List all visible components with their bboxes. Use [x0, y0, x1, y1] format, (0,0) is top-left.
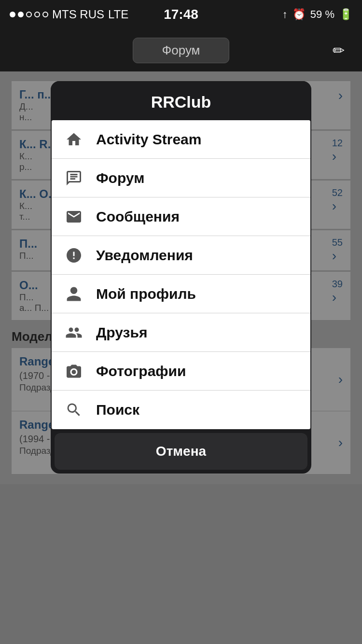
modal-overlay: RRClub Activity Stream: [0, 71, 362, 644]
dot3: [26, 12, 32, 17]
modal-title: RRClub: [51, 81, 311, 120]
menu-label-notifications: Уведомления: [96, 247, 193, 264]
menu-label-activity: Activity Stream: [96, 131, 201, 148]
signal-dots: [10, 12, 48, 17]
notifications-icon: [63, 245, 84, 266]
menu-label-search: Поиск: [96, 402, 139, 418]
photos-icon: [63, 361, 84, 382]
time-label: 17:48: [164, 7, 198, 22]
friends-icon: [63, 322, 84, 343]
cancel-button[interactable]: Отмена: [55, 433, 307, 470]
dot5: [42, 12, 48, 17]
battery-label: 59 %: [310, 8, 334, 21]
menu-item-forum[interactable]: Форум: [52, 159, 310, 197]
location-icon: ↑: [282, 8, 288, 21]
dot4: [34, 12, 40, 17]
status-bar: MTS RUS LTE 17:48 ↑ ⏰ 59 % 🔋: [0, 0, 362, 29]
menu-item-messages[interactable]: Сообщения: [52, 197, 310, 236]
modal-dialog: RRClub Activity Stream: [51, 81, 311, 474]
menu-label-forum: Форум: [96, 170, 144, 186]
nav-title-button[interactable]: Форум: [133, 38, 230, 63]
status-left: MTS RUS LTE: [10, 8, 128, 21]
carrier-label: MTS RUS: [52, 8, 104, 21]
menu-label-profile: Мой профиль: [96, 286, 196, 302]
status-right: ↑ ⏰ 59 % 🔋: [282, 8, 352, 21]
home-icon: [63, 129, 84, 150]
menu-item-photos[interactable]: Фотографии: [52, 352, 310, 391]
menu-label-photos: Фотографии: [96, 363, 186, 379]
menu-item-profile[interactable]: Мой профиль: [52, 275, 310, 313]
dot1: [10, 12, 15, 17]
profile-icon: [63, 283, 84, 305]
edit-button[interactable]: ✏: [326, 38, 350, 62]
menu-item-activity[interactable]: Activity Stream: [52, 120, 310, 159]
forum-icon: [63, 168, 84, 189]
menu-item-friends[interactable]: Друзья: [52, 313, 310, 352]
menu-item-notifications[interactable]: Уведомления: [52, 236, 310, 275]
dot2: [18, 12, 24, 17]
messages-icon: [63, 206, 84, 227]
nav-bar: Форум ✏: [0, 29, 362, 71]
menu-list: Activity Stream Форум: [52, 120, 310, 429]
alarm-icon: ⏰: [292, 8, 306, 21]
network-label: LTE: [108, 8, 128, 21]
battery-icon: 🔋: [339, 8, 352, 21]
menu-label-messages: Сообщения: [96, 209, 180, 225]
menu-label-friends: Друзья: [96, 324, 147, 341]
search-icon: [63, 399, 84, 420]
menu-item-search[interactable]: Поиск: [52, 391, 310, 429]
